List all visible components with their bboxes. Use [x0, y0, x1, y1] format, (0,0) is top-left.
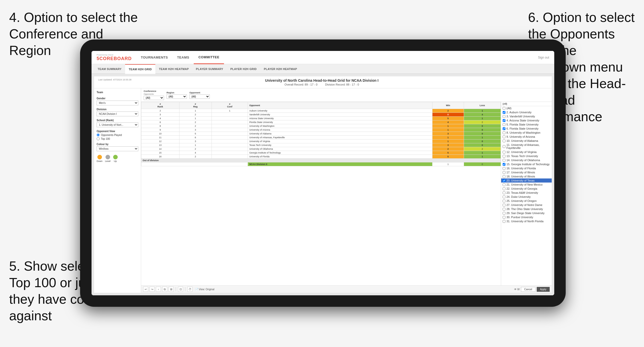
dropdown-item-10[interactable]: 10. University of Alabama — [501, 139, 552, 143]
sub-nav-player-h2h-heatmap[interactable]: PLAYER H2H HEATMAP — [260, 64, 301, 74]
dropdown-item-29[interactable]: 29. San Diego State University — [501, 211, 552, 215]
dropdown-checkbox-12[interactable] — [503, 151, 505, 154]
dropdown-checkbox-23[interactable] — [503, 191, 505, 194]
dropdown-checkbox-3[interactable] — [503, 115, 505, 118]
dropdown-item-2[interactable]: 2. Auburn University — [501, 110, 552, 114]
dropdown-checkbox-14[interactable] — [503, 159, 505, 162]
dropdown-item-18[interactable]: 18. University of Illinois — [501, 174, 552, 178]
dropdown-checkbox-18[interactable] — [503, 175, 505, 178]
dropdown-item-16[interactable]: 16. University of Florida — [501, 166, 552, 170]
report-panel: Last Updated: 4/7/2024 16:55:38 Universi… — [94, 76, 552, 293]
dropdown-item-9[interactable]: 9. University of Arizona — [501, 135, 552, 139]
dropdown-item-25[interactable]: 25. University of Oregon — [501, 199, 552, 203]
dropdown-item-13[interactable]: 13. Texas Tech University — [501, 154, 552, 158]
clock-btn[interactable]: ⏱ — [187, 287, 192, 292]
division-select[interactable]: NCAA Division I — [97, 112, 138, 116]
school-select[interactable]: 1. University of Nort... — [97, 122, 138, 127]
dropdown-item-21[interactable]: 21. University of New Mexico — [501, 183, 552, 187]
dropdown-checkbox-25[interactable] — [503, 200, 505, 202]
dropdown-checkbox-20[interactable] — [503, 179, 505, 182]
dropdown-checkbox-27[interactable] — [503, 204, 505, 206]
col-rank: #Rank — [141, 102, 179, 109]
sign-out-link[interactable]: Sign out — [538, 56, 549, 59]
sub-nav-player-summary[interactable]: PLAYER SUMMARY — [192, 64, 227, 74]
opponent-select[interactable]: (All) — [189, 94, 210, 99]
dropdown-label-30: 30. Purdue University — [506, 216, 533, 219]
dropdown-item-8[interactable]: 8. University of Washington — [501, 131, 552, 135]
col-opponent: Opponent — [248, 102, 432, 109]
dropdown-item-31[interactable]: 31. University of North Florida — [501, 219, 552, 223]
dropdown-checkbox-5[interactable] — [503, 123, 505, 126]
dropdown-item-17[interactable]: 17. University of Illinois — [501, 170, 552, 174]
dropdown-checkbox-31[interactable] — [503, 220, 505, 223]
dropdown-checkbox-16[interactable] — [503, 167, 505, 170]
dropdown-checkbox-15[interactable] — [503, 163, 505, 166]
dropdown-checkbox-4[interactable] — [503, 119, 505, 122]
back-btn[interactable]: ‹ — [156, 287, 161, 292]
conference-select[interactable]: (All) — [144, 96, 164, 100]
dropdown-item-28[interactable]: 28. The Ohio State University — [501, 207, 552, 211]
dropdown-label-25: 25. University of Oregon — [506, 199, 537, 202]
nav-tournaments[interactable]: TOURNAMENTS — [136, 51, 172, 64]
sub-nav-team-h2h-heatmap[interactable]: TEAM H2H HEATMAP — [155, 64, 192, 74]
copy-btn[interactable]: ⧉ — [162, 287, 167, 292]
gender-select[interactable]: Men's — [97, 101, 138, 105]
dropdown-item-27[interactable]: 27. University of Notre Dame — [501, 203, 552, 207]
dropdown-item-all[interactable]: (All) — [501, 106, 552, 110]
opponent-view-label: Opponent View — [97, 130, 138, 133]
dropdown-checkbox-17[interactable] — [503, 171, 505, 174]
redo-btn[interactable]: ↪ — [149, 287, 155, 292]
top-100-radio[interactable] — [97, 137, 100, 140]
dropdown-checkbox-6[interactable] — [503, 127, 505, 130]
cancel-button[interactable]: Cancel — [521, 287, 535, 292]
dropdown-item-12[interactable]: 12. University of Virginia — [501, 150, 552, 154]
colour-by-select[interactable]: Win/loss — [97, 146, 138, 151]
dropdown-checkbox-2[interactable] — [503, 111, 505, 114]
dropdown-item-15[interactable]: 15. Georgia Institute of Technology — [501, 162, 552, 166]
dropdown-checkbox-21[interactable] — [503, 183, 505, 186]
dropdown-item-23[interactable]: 23. Texas A&M University — [501, 191, 552, 195]
fit-btn[interactable]: ⊡ — [178, 287, 183, 292]
dropdown-checkbox-29[interactable] — [503, 212, 505, 215]
dropdown-label-29: 29. San Diego State University — [506, 212, 545, 215]
opponents-played-option[interactable]: Opponents Played — [97, 133, 138, 136]
dropdown-item-6[interactable]: 6. Florida State University — [501, 127, 552, 131]
paste-btn[interactable]: ⊞ — [169, 287, 174, 292]
dropdown-label-5: 5. Florida State University — [506, 123, 538, 126]
opponents-played-radio[interactable] — [97, 133, 100, 136]
conference-label: Conference — [144, 90, 164, 92]
dropdown-item-4[interactable]: 4. Arizona State University — [501, 118, 552, 122]
nav-teams[interactable]: TEAMS — [172, 51, 194, 64]
table-row: 11 6 University of Arkansas, Fayettevill… — [141, 136, 501, 140]
dropdown-checkbox-11[interactable] — [503, 145, 505, 148]
region-select[interactable]: (All) — [167, 94, 187, 99]
color-down-label: Down — [97, 160, 102, 162]
sub-nav-team-h2h-grid[interactable]: TEAM H2H GRID — [125, 64, 155, 74]
apply-button[interactable]: Apply — [537, 287, 550, 292]
dropdown-checkbox-28[interactable] — [503, 208, 505, 211]
dropdown-checkbox-22[interactable] — [503, 187, 505, 190]
dropdown-checkbox-all[interactable] — [503, 107, 505, 110]
sub-nav-player-h2h-grid[interactable]: PLAYER H2H GRID — [227, 64, 260, 74]
top-100-option[interactable]: Top 100 — [97, 137, 138, 140]
dropdown-item-11[interactable]: 11. University of Arkansas, Fayetteville — [501, 143, 552, 150]
dropdown-checkbox-8[interactable] — [503, 131, 505, 134]
dropdown-checkbox-30[interactable] — [503, 216, 505, 219]
report-header: Last Updated: 4/7/2024 16:55:38 Universi… — [94, 76, 552, 88]
dropdown-item-30[interactable]: 30. Purdue University — [501, 215, 552, 219]
dropdown-checkbox-10[interactable] — [503, 140, 505, 142]
undo-btn[interactable]: ↩ — [143, 287, 148, 292]
dropdown-item-14[interactable]: 14. University of Oklahoma — [501, 158, 552, 162]
dropdown-item-24[interactable]: 24. Duke University — [501, 195, 552, 199]
dropdown-item-3[interactable]: 3. Vanderbilt University — [501, 114, 552, 118]
dropdown-checkbox-13[interactable] — [503, 155, 505, 158]
nav-committee[interactable]: COMMITTEE — [194, 51, 224, 64]
dropdown-item-22[interactable]: 22. University of Georgia — [501, 187, 552, 191]
app-logo: Powered by Cloud 5COREBOARD — [97, 54, 132, 61]
dropdown-item-5[interactable]: 5. Florida State University — [501, 122, 552, 127]
sub-nav-team-summary[interactable]: TEAM SUMMARY — [94, 64, 125, 74]
right-content: Conference Opponents: (All) Region (All) — [141, 88, 552, 293]
dropdown-checkbox-9[interactable] — [503, 135, 505, 138]
dropdown-checkbox-24[interactable] — [503, 196, 505, 198]
dropdown-item-20[interactable]: 20. University of Texas — [501, 178, 552, 183]
